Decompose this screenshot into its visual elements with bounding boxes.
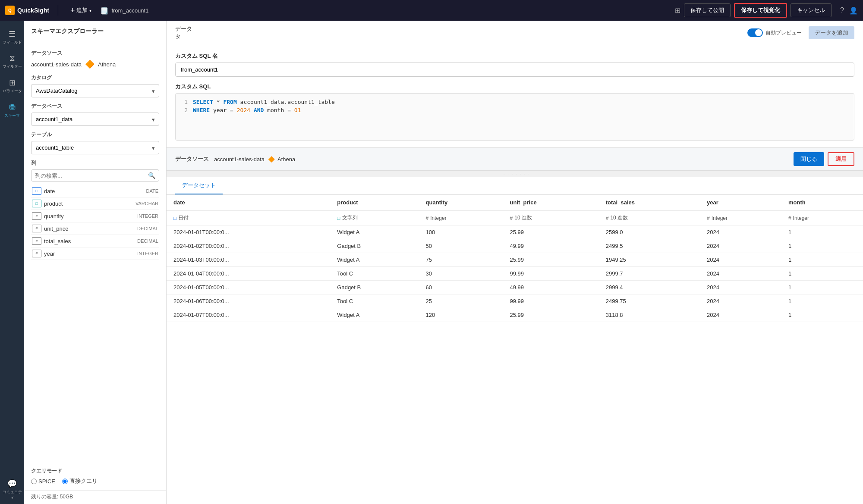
data-tab-label: データタ <box>175 25 192 41</box>
table-row: 2024-01-04T00:00:0...Tool C3099.992999.7… <box>167 267 863 281</box>
table-cell: 2024 <box>700 281 781 294</box>
integer-type-badge-yr: # Integer <box>707 215 728 221</box>
table-cell: Gadget B <box>330 239 419 253</box>
table-type-row: □ 日付 □ 文字列 # <box>167 210 863 225</box>
asterisk: * <box>217 99 224 105</box>
table-cell: Tool C <box>330 267 419 281</box>
sidebar-item-label-fields: フィールド <box>3 40 22 45</box>
month-col: month = <box>267 107 294 113</box>
table-cell: 120 <box>419 308 503 322</box>
type-total-sales: # 10 進数 <box>599 210 700 225</box>
data-table: date product quantity unit_price total_s… <box>167 195 863 322</box>
integer-type-badge-mo: # Integer <box>788 215 809 221</box>
add-data-button[interactable]: データを追加 <box>809 26 854 39</box>
catalog-select-wrapper: AwsDataCatalog <box>31 84 159 97</box>
table-cell: Tool C <box>330 294 419 308</box>
hash-icon-up: # <box>510 215 513 221</box>
fields-icon: ☰ <box>9 29 16 39</box>
sidebar-item-community[interactable]: 💬 コミュニティ <box>0 476 24 504</box>
add-button[interactable]: + 追加 ▾ <box>67 4 95 17</box>
table-ref: account1_data.account1_table <box>240 99 335 105</box>
query-mode-label: クエリモード <box>31 467 159 475</box>
decimal-type-badge-up: # 10 進数 <box>510 214 532 222</box>
table-cell: 1 <box>781 267 863 281</box>
sql-name-label: カスタム SQL 名 <box>175 52 854 60</box>
chevron-down-icon: ▾ <box>89 8 91 13</box>
line-number-1: 1 <box>181 99 188 105</box>
query-mode-options: SPICE 直接クエリ <box>31 477 159 485</box>
table-cell: 2599.0 <box>599 225 700 239</box>
column-name-total-sales: total_sales <box>44 238 137 244</box>
main-content: データタ 自動プレビュー データを追加 カスタム SQL 名 カスタム SQL … <box>167 21 863 504</box>
column-type-product: VARCHAR <box>135 201 158 206</box>
column-name-unit-price: unit_price <box>44 225 137 232</box>
column-search-input[interactable] <box>35 172 148 179</box>
sidebar-item-label-community: コミュニティ <box>3 489 22 501</box>
type-date: □ 日付 <box>167 210 330 225</box>
auto-preview-toggle[interactable] <box>747 28 763 37</box>
grid-icon[interactable]: ⊞ <box>675 6 680 15</box>
schema-panel-body: データソース account1-sales-data 🔶 Athena カタログ… <box>24 39 166 462</box>
column-type-year: INTEGER <box>137 251 158 256</box>
apply-button[interactable]: 適用 <box>828 152 854 166</box>
close-button[interactable]: 閉じる <box>794 152 824 166</box>
user-icon[interactable]: 👤 <box>849 6 858 15</box>
sidebar-item-parameter[interactable]: ⊞ パラメータ <box>0 75 24 97</box>
from-keyword: FROM <box>223 99 236 105</box>
table-cell: 2024-01-07T00:00:0... <box>167 308 330 322</box>
schema-panel-header: スキーマエクスプローラー <box>24 21 166 39</box>
auto-preview-label: 自動プレビュー <box>765 29 802 37</box>
table-cell: 2024-01-04T00:00:0... <box>167 267 330 281</box>
help-icon[interactable]: ? <box>840 6 844 14</box>
table-cell: 1 <box>781 308 863 322</box>
schema-panel-title: スキーマエクスプローラー <box>31 28 104 34</box>
sql-editor[interactable]: 1 SELECT * FROM account1_data.account1_t… <box>175 93 854 141</box>
table-cell: 60 <box>419 281 503 294</box>
sql-name-input[interactable] <box>175 63 854 77</box>
save-publish-button[interactable]: 保存して公開 <box>684 3 731 17</box>
table-body: 2024-01-01T00:00:0...Widget A10025.99259… <box>167 225 863 322</box>
table-row: 2024-01-07T00:00:0...Widget A12025.99311… <box>167 308 863 322</box>
topbar: Q QuickSight + 追加 ▾ 🗒️ from_account1 ⊞ 保… <box>0 0 863 21</box>
database-select[interactable]: account1_data <box>31 113 159 126</box>
datasource-row: account1-sales-data 🔶 Athena <box>31 59 159 69</box>
table-cell: 25.99 <box>503 253 599 267</box>
sidebar-item-filter[interactable]: ⧖ フィルター <box>0 50 24 73</box>
athena-label: Athena <box>98 61 116 68</box>
columns-list: □ date DATE □ product VARCHAR # quantity… <box>31 185 159 260</box>
integer-type-icon-year: # <box>32 250 41 257</box>
spice-option[interactable]: SPICE <box>31 478 55 485</box>
direct-query-radio[interactable] <box>62 479 68 484</box>
integer-type-badge-qty: # Integer <box>426 215 447 221</box>
table-row: 2024-01-06T00:00:0...Tool C2599.992499.7… <box>167 294 863 308</box>
th-product: product <box>330 195 419 210</box>
cancel-button[interactable]: キャンセル <box>791 3 832 17</box>
plus-icon: + <box>70 6 75 15</box>
decimal-type-icon-up: # <box>32 225 41 232</box>
database-select-wrapper: account1_data <box>31 113 159 126</box>
table-cell: 30 <box>419 267 503 281</box>
table-select[interactable]: account1_table <box>31 141 159 154</box>
integer-type-icon-qty: # <box>32 212 41 220</box>
athena-name: Athena <box>277 156 295 163</box>
custom-sql-label: カスタム SQL <box>175 83 854 91</box>
table-cell: 1 <box>781 239 863 253</box>
type-month: # Integer <box>781 210 863 225</box>
resize-handle[interactable]: · · · · · · · · <box>167 171 863 177</box>
sidebar-item-schema[interactable]: ⛃ スキーマ <box>0 99 24 122</box>
table-cell: 25.99 <box>503 308 599 322</box>
catalog-select[interactable]: AwsDataCatalog <box>31 84 159 97</box>
table-cell: 1 <box>781 294 863 308</box>
spice-radio[interactable] <box>31 479 37 484</box>
schema-panel: スキーマエクスプローラー データソース account1-sales-data … <box>24 21 167 504</box>
tab-dataset[interactable]: データセット <box>175 177 223 194</box>
sidebar-item-fields[interactable]: ☰ フィールド <box>0 26 24 49</box>
table-cell: 1 <box>781 281 863 294</box>
parameter-icon: ⊞ <box>9 78 16 88</box>
th-date: date <box>167 195 330 210</box>
table-cell: 2024 <box>700 267 781 281</box>
hash-icon-yr: # <box>707 215 710 221</box>
direct-query-option[interactable]: 直接クエリ <box>62 477 98 485</box>
select-keyword: SELECT <box>193 99 213 105</box>
save-visualize-button[interactable]: 保存して視覚化 <box>734 3 787 18</box>
